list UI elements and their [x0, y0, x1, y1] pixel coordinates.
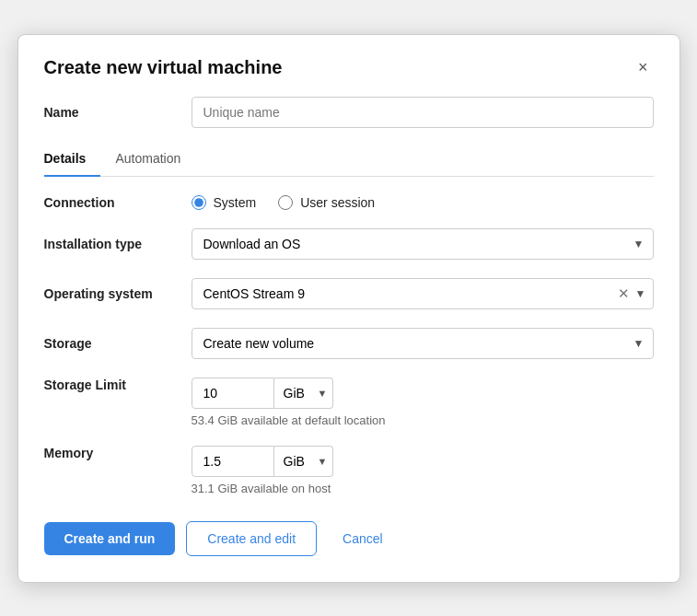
memory-input-group: MiB GiB ▼ — [192, 446, 654, 477]
name-input[interactable] — [192, 97, 654, 128]
memory-unit-wrapper: MiB GiB ▼ — [274, 446, 333, 477]
radio-system-input[interactable] — [192, 195, 206, 210]
dialog-title: Create new virtual machine — [44, 57, 283, 78]
connection-row: Connection System User session — [44, 195, 654, 210]
radio-system[interactable]: System — [192, 195, 257, 210]
dialog-header: Create new virtual machine × — [44, 57, 654, 78]
close-button[interactable]: × — [633, 57, 654, 77]
tab-details[interactable]: Details — [44, 144, 101, 177]
dialog-footer: Create and run Create and edit Cancel — [44, 521, 654, 556]
memory-label: Memory — [44, 446, 192, 460]
installation-type-row: Installation type Download an OS Local i… — [44, 228, 654, 260]
create-and-edit-button[interactable]: Create and edit — [186, 521, 317, 556]
radio-user-session[interactable]: User session — [278, 195, 375, 210]
memory-hint: 31.1 GiB available on host — [192, 482, 654, 495]
storage-unit-select[interactable]: MiB GiB — [274, 378, 333, 409]
tabs-bar: Details Automation — [44, 143, 654, 177]
storage-label: Storage — [44, 336, 192, 351]
storage-limit-hint: 53.4 GiB available at default location — [192, 413, 654, 427]
storage-limit-row: Storage Limit MiB GiB ▼ 53.4 GiB availab… — [44, 378, 654, 427]
storage-limit-content: MiB GiB ▼ 53.4 GiB available at default … — [192, 378, 654, 427]
storage-limit-input[interactable] — [192, 378, 274, 409]
name-row: Name — [44, 97, 654, 128]
memory-row: Memory MiB GiB ▼ 31.1 GiB available on h… — [44, 446, 654, 495]
installation-type-select[interactable]: Download an OS Local install media (ISO … — [192, 228, 654, 260]
os-icons-group: ✕ ▼ — [614, 285, 650, 302]
memory-unit-select[interactable]: MiB GiB — [274, 446, 333, 477]
tab-automation[interactable]: Automation — [115, 144, 195, 177]
operating-system-row: Operating system CentOS Stream 9 ✕ ▼ — [44, 278, 654, 309]
name-label: Name — [44, 105, 192, 120]
installation-type-label: Installation type — [44, 237, 192, 251]
create-vm-dialog: Create new virtual machine × Name Detail… — [17, 34, 680, 583]
radio-user-session-label: User session — [300, 195, 375, 210]
create-and-run-button[interactable]: Create and run — [44, 522, 176, 555]
storage-limit-input-group: MiB GiB ▼ — [192, 378, 654, 409]
memory-input[interactable] — [192, 446, 274, 477]
storage-limit-label: Storage Limit — [44, 378, 192, 392]
storage-row: Storage Create new volume No storage Sel… — [44, 328, 654, 359]
memory-content: MiB GiB ▼ 31.1 GiB available on host — [192, 446, 654, 495]
installation-type-select-wrapper: Download an OS Local install media (ISO … — [192, 228, 654, 260]
cancel-button[interactable]: Cancel — [328, 522, 398, 555]
radio-user-session-input[interactable] — [278, 195, 293, 210]
connection-radio-group: System User session — [192, 195, 376, 210]
operating-system-select[interactable]: CentOS Stream 9 — [192, 278, 654, 309]
connection-label: Connection — [44, 195, 192, 210]
os-dropdown-arrow-icon: ▼ — [635, 287, 650, 300]
radio-system-label: System — [214, 195, 257, 210]
os-clear-button[interactable]: ✕ — [614, 285, 633, 302]
operating-system-label: Operating system — [44, 286, 192, 301]
operating-system-select-wrapper: CentOS Stream 9 ✕ ▼ — [192, 278, 654, 309]
storage-select-wrapper: Create new volume No storage Select or c… — [192, 328, 654, 359]
storage-select[interactable]: Create new volume No storage Select or c… — [192, 328, 654, 359]
storage-unit-wrapper: MiB GiB ▼ — [274, 378, 333, 409]
